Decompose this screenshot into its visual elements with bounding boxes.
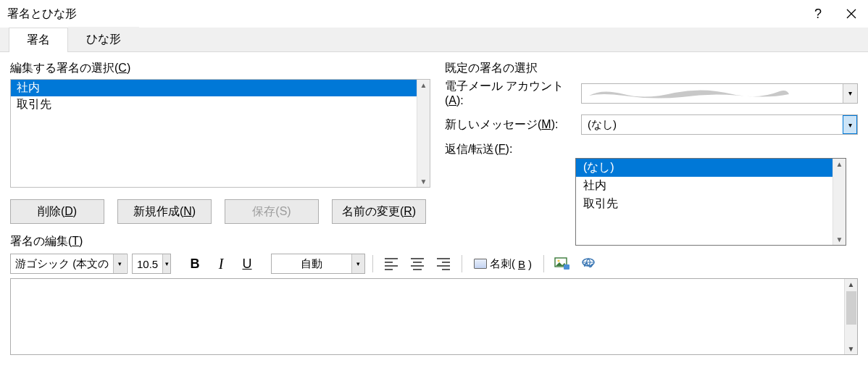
scrollbar[interactable]: ▲ ▼ [844, 279, 857, 354]
chevron-down-icon: ▾ [351, 254, 364, 273]
email-account-label: 電子メール アカウント(A): [445, 79, 575, 107]
insert-image-button[interactable] [551, 254, 573, 274]
business-card-icon [474, 259, 487, 269]
new-message-label: 新しいメッセージ(M): [445, 117, 575, 133]
email-account-combo[interactable]: ▾ [581, 83, 858, 104]
align-right-icon [434, 255, 453, 272]
bold-button[interactable]: B [184, 254, 206, 274]
scroll-down-icon: ▼ [836, 234, 843, 245]
align-left-icon [382, 255, 401, 272]
tab-stationery[interactable]: ひな形 [68, 27, 139, 51]
align-center-button[interactable] [406, 254, 428, 274]
close-button[interactable] [835, 2, 868, 25]
svg-rect-16 [564, 264, 569, 270]
list-item[interactable]: 取引先 [11, 96, 417, 113]
chevron-down-icon: ▾ [162, 254, 170, 273]
align-right-button[interactable] [433, 254, 454, 274]
align-center-icon [408, 255, 427, 272]
reply-forward-label: 返信/転送(F): [445, 142, 575, 157]
font-size-combo[interactable]: 10.5 ▾ [132, 254, 171, 274]
dropdown-item[interactable]: 社内 [576, 177, 832, 195]
new-message-dropdown[interactable]: (なし) 社内 取引先 ▲ ▼ [575, 158, 846, 246]
signature-listbox[interactable]: 社内 取引先 ▲ ▼ [10, 79, 430, 188]
business-card-button[interactable]: 名刺(B) [470, 254, 536, 274]
chevron-down-icon: ▾ [843, 84, 857, 103]
redacted-value [588, 87, 790, 100]
select-signature-label: 編集する署名の選択(C) [10, 61, 430, 76]
scroll-down-icon: ▼ [420, 176, 427, 187]
dropdown-item[interactable]: (なし) [576, 159, 832, 177]
align-left-button[interactable] [380, 254, 402, 274]
list-item[interactable]: 社内 [11, 80, 417, 96]
signature-editor[interactable]: ▲ ▼ [10, 278, 858, 355]
delete-button[interactable]: 削除(D) [10, 199, 104, 224]
separator [372, 255, 373, 272]
window-title: 署名とひな形 [7, 7, 77, 22]
svg-point-15 [557, 259, 559, 262]
new-message-combo[interactable]: (なし) ▾ [581, 114, 858, 135]
save-button: 保存(S) [225, 199, 319, 224]
tab-bar: 署名 ひな形 [0, 28, 868, 52]
scroll-up-icon: ▲ [848, 279, 855, 290]
scroll-up-icon: ▲ [420, 80, 427, 91]
insert-link-button[interactable] [577, 254, 599, 274]
separator [462, 255, 462, 272]
rename-button[interactable]: 名前の変更(R) [332, 199, 426, 224]
help-button[interactable]: ? [801, 2, 835, 25]
scroll-thumb[interactable] [846, 291, 856, 325]
default-signature-label: 既定の署名の選択 [445, 61, 858, 76]
scroll-down-icon: ▼ [848, 343, 855, 354]
font-color-combo[interactable]: 自動 ▾ [271, 254, 365, 274]
title-bar: 署名とひな形 ? [0, 0, 868, 28]
font-combo[interactable]: 游ゴシック (本文の ▾ [10, 254, 128, 274]
dropdown-item[interactable]: 取引先 [576, 195, 832, 213]
tab-signatures[interactable]: 署名 [9, 28, 68, 52]
link-icon [580, 257, 596, 270]
scroll-up-icon: ▲ [836, 159, 843, 170]
separator [543, 255, 544, 272]
chevron-down-icon: ▾ [113, 254, 126, 273]
underline-button[interactable]: U [236, 254, 258, 274]
scrollbar[interactable]: ▲ ▼ [832, 159, 846, 245]
image-icon [554, 257, 570, 270]
scrollbar[interactable]: ▲ ▼ [417, 80, 430, 187]
close-icon [846, 9, 856, 19]
new-button[interactable]: 新規作成(N) [117, 199, 212, 224]
italic-button[interactable]: I [210, 254, 232, 274]
chevron-down-icon: ▾ [843, 115, 857, 134]
editor-toolbar: 游ゴシック (本文の ▾ 10.5 ▾ B I U 自動 ▾ [10, 254, 858, 274]
